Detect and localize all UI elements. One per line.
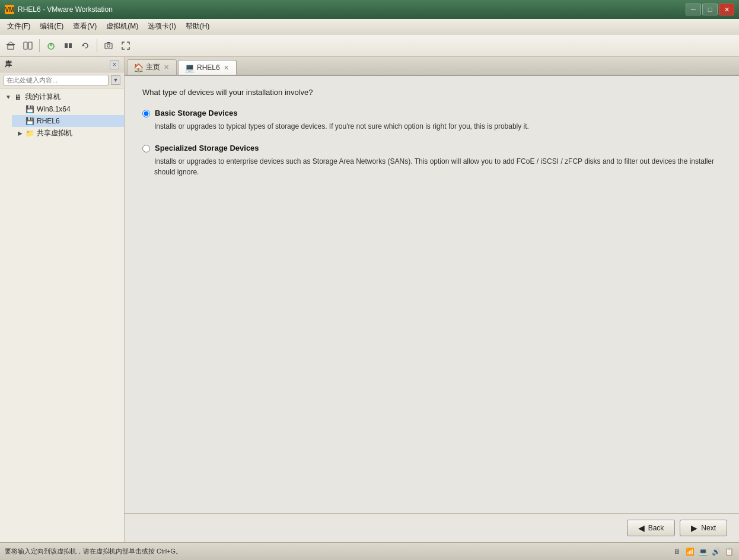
rhel6-expand [17, 117, 24, 125]
next-icon: ▶ [691, 523, 697, 533]
toolbar-fullscreen-btn[interactable] [117, 37, 134, 54]
toolbar-home-btn[interactable] [2, 37, 19, 54]
home-tab-icon: 🏠 [133, 63, 144, 72]
menu-help[interactable]: 帮助(H) [181, 20, 215, 33]
tab-rhel6[interactable]: 💻 RHEL6 ✕ [178, 60, 237, 75]
sidebar-search-input[interactable] [4, 75, 109, 85]
sidebar-header: 库 × [0, 57, 124, 72]
option1-row: Basic Storage Devices [142, 109, 721, 117]
back-icon: ◀ [638, 523, 645, 533]
status-icon-5: 📋 [724, 546, 734, 557]
option1-radio[interactable] [142, 110, 150, 117]
sidebar-title: 库 [5, 59, 12, 69]
window-controls[interactable]: ─ □ ✕ [686, 4, 734, 15]
rhel6-tab-icon: 💻 [184, 63, 195, 72]
rhel6-tab-label: RHEL6 [197, 63, 220, 72]
option2-radio[interactable] [142, 145, 150, 152]
toolbar-suspend-btn[interactable] [60, 37, 77, 54]
win81-expand [17, 106, 24, 113]
rhel6-label: RHEL6 [37, 117, 60, 125]
toolbar [0, 34, 739, 57]
svg-rect-1 [8, 45, 14, 49]
sidebar-tree: ▼ 🖥 我的计算机 💾 Win8.1x64 💾 RHEL6 ▶ 📁 [0, 88, 124, 542]
status-icon-4: 🔊 [711, 546, 721, 557]
svg-rect-4 [28, 42, 32, 49]
status-text: 要将输入定向到该虚拟机，请在虚拟机内部单击或按 Ctrl+G。 [5, 547, 182, 556]
computer-icon: 🖥 [13, 93, 23, 102]
option2-row: Specialized Storage Devices [142, 144, 721, 152]
toolbar-group-2 [43, 37, 94, 54]
toolbar-snapshot-btn[interactable] [100, 37, 117, 54]
home-tab-label: 主页 [146, 62, 160, 72]
menu-vm[interactable]: 虚拟机(M) [101, 20, 143, 33]
title-bar-left: VM RHEL6 - VMware Workstation [5, 5, 113, 14]
toolbar-sep-2 [97, 39, 97, 52]
app-icon: VM [5, 5, 14, 14]
home-tab-close[interactable]: ✕ [163, 63, 170, 71]
option2-title[interactable]: Specialized Storage Devices [155, 144, 259, 152]
sidebar-search: ▼ [0, 72, 124, 88]
next-label: Next [701, 524, 716, 532]
expand-icon: ▼ [5, 94, 12, 101]
status-bar: 要将输入定向到该虚拟机，请在虚拟机内部单击或按 Ctrl+G。 🖥 📶 💻 🔊 … [0, 542, 739, 560]
sidebar-item-mycomputer[interactable]: ▼ 🖥 我的计算机 [0, 91, 124, 103]
vm-icon-rhel6: 💾 [25, 116, 34, 126]
sidebar-item-win81[interactable]: 💾 Win8.1x64 [12, 103, 124, 115]
status-icon-1: 🖥 [671, 546, 682, 557]
bottom-bar: ◀ Back ▶ Next [125, 513, 739, 542]
mycomputer-label: 我的计算机 [25, 92, 60, 102]
window-title: RHEL6 - VMware Workstation [18, 5, 113, 14]
svg-rect-12 [107, 42, 110, 43]
shared-expand: ▶ [17, 130, 24, 137]
main-layout: 库 × ▼ ▼ 🖥 我的计算机 💾 Win8.1x64 💾 [0, 57, 739, 542]
minimize-button[interactable]: ─ [686, 4, 701, 15]
back-button[interactable]: ◀ Back [627, 520, 676, 536]
back-label: Back [648, 524, 664, 532]
shared-icon: 📁 [25, 129, 34, 138]
status-icon-2: 📶 [684, 546, 695, 557]
rhel6-tab-close[interactable]: ✕ [222, 64, 230, 72]
toolbar-sep-1 [39, 39, 40, 52]
option1-block: Basic Storage Devices Installs or upgrad… [142, 109, 721, 132]
option1-title[interactable]: Basic Storage Devices [155, 109, 237, 117]
menu-file[interactable]: 文件(F) [2, 20, 35, 33]
menu-view[interactable]: 查看(V) [68, 20, 101, 33]
menu-tabs[interactable]: 选项卡(I) [143, 20, 180, 33]
status-icons: 🖥 📶 💻 🔊 📋 [671, 546, 734, 557]
sidebar-item-rhel6[interactable]: 💾 RHEL6 [12, 115, 124, 127]
sidebar-search-arrow[interactable]: ▼ [111, 75, 120, 85]
tabs-bar: 🏠 主页 ✕ 💻 RHEL6 ✕ [125, 57, 739, 76]
sidebar-item-shared[interactable]: ▶ 📁 共享虚拟机 [12, 127, 124, 139]
svg-rect-8 [69, 43, 72, 48]
toolbar-library-btn[interactable] [20, 37, 36, 54]
win81-label: Win8.1x64 [37, 105, 71, 113]
toolbar-group-3 [100, 37, 134, 54]
restore-button[interactable]: □ [702, 4, 718, 15]
question-text: What type of devices will your installat… [142, 88, 721, 97]
sidebar: 库 × ▼ ▼ 🖥 我的计算机 💾 Win8.1x64 💾 [0, 57, 125, 542]
content-area: 🏠 主页 ✕ 💻 RHEL6 ✕ What type of devices wi… [125, 57, 739, 542]
toolbar-group-1 [2, 37, 36, 54]
close-button[interactable]: ✕ [719, 4, 734, 15]
svg-rect-3 [24, 42, 27, 49]
title-bar: VM RHEL6 - VMware Workstation ─ □ ✕ [0, 0, 739, 19]
shared-label: 共享虚拟机 [37, 128, 72, 138]
option1-desc: Installs or upgrades to typical types of… [154, 121, 721, 132]
menu-edit[interactable]: 编辑(E) [35, 20, 68, 33]
option2-desc: Installs or upgrades to enterprise devic… [154, 156, 721, 177]
option2-block: Specialized Storage Devices Installs or … [142, 144, 721, 177]
tab-home[interactable]: 🏠 主页 ✕ [127, 59, 177, 75]
status-icon-3: 💻 [697, 546, 708, 557]
vm-icon-win81: 💾 [25, 104, 34, 114]
next-button[interactable]: ▶ Next [680, 520, 727, 536]
tree-children: 💾 Win8.1x64 💾 RHEL6 ▶ 📁 共享虚拟机 [0, 103, 124, 139]
sidebar-close-button[interactable]: × [110, 60, 119, 69]
toolbar-reset-btn[interactable] [77, 37, 94, 54]
svg-point-11 [107, 44, 110, 47]
menu-bar: 文件(F) 编辑(E) 查看(V) 虚拟机(M) 选项卡(I) 帮助(H) [0, 19, 739, 34]
vm-content: What type of devices will your installat… [125, 76, 739, 513]
toolbar-power-btn[interactable] [43, 37, 59, 54]
svg-rect-7 [65, 43, 68, 48]
